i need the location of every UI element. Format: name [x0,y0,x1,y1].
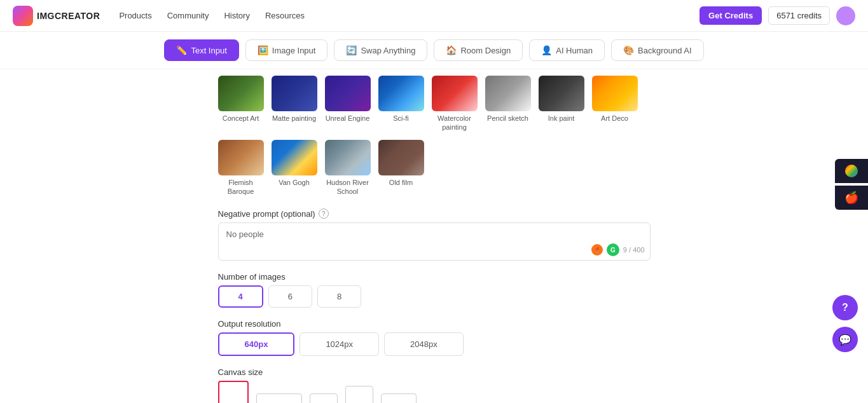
style-thumb-hudson [325,140,371,175]
style-unreal-engine[interactable]: Unreal Engine [325,76,371,132]
style-inkpaint[interactable]: Ink paint [539,76,584,132]
tab-ai-human-label: AI Human [556,46,593,55]
style-thumb-artdeco [592,76,638,111]
style-label-unreal: Unreal Engine [326,114,370,123]
style-concept-art[interactable]: Concept Art [218,76,264,132]
nav-products[interactable]: Products [119,11,151,20]
navbar: IMGCREATOR Products Community History Re… [0,0,868,32]
tab-swap-label: Swap Anything [361,46,415,55]
canvas-shape-1-1 [310,393,338,403]
style-thumb-vangough [272,140,317,175]
style-thumb-watercolor [432,76,478,111]
style-label-oldfilm: Old film [389,178,413,187]
user-avatar[interactable] [836,6,855,25]
num-btn-4[interactable]: 4 [218,285,263,308]
canvas-shape-3-4 [345,386,373,403]
background-icon: 🎨 [623,45,634,55]
style-vangough[interactable]: Van Gogh [272,140,317,196]
canvas-1-1[interactable]: 1:1 [310,393,338,403]
style-label-matte: Matte painting [272,114,316,123]
tab-background-label: Background AI [638,46,692,55]
style-label-inkpaint: Ink paint [548,114,575,123]
style-pencil[interactable]: Pencil sketch [485,76,531,132]
tab-background-ai[interactable]: 🎨 Background AI [611,39,704,61]
chat-float-button[interactable]: 💬 [832,327,858,352]
nav-resources[interactable]: Resources [265,11,305,20]
negative-prompt-text: No people [226,229,642,239]
google-play-button[interactable] [835,159,868,183]
num-btn-8[interactable]: 8 [317,285,361,308]
tab-room-label: Room Design [460,46,511,55]
style-label-vangough: Van Gogh [279,178,310,187]
style-label-artdeco: Art Deco [601,114,628,123]
style-artdeco[interactable]: Art Deco [592,76,638,132]
nav-links: Products Community History Resources [119,11,699,20]
canvas-shape-16-9 [256,393,302,403]
get-credits-button[interactable]: Get Credits [699,6,762,25]
tab-bar: ✏️ Text Input 🖼️ Image Input 🔄 Swap Anyt… [0,32,868,69]
image-input-icon: 🖼️ [258,45,268,55]
char-count: 9 / 400 [623,246,645,254]
style-matte-painting[interactable]: Matte painting [272,76,317,132]
floating-buttons: ? 💬 [832,295,858,352]
style-hudson[interactable]: Hudson River School [325,140,371,196]
canvas-shape-9-16 [218,381,249,403]
swap-icon: 🔄 [346,45,357,55]
res-btn-640[interactable]: 640px [218,332,295,356]
main-content: Concept Art Matte painting Unreal Engine… [205,69,663,403]
style-thumb-unreal [325,76,371,111]
style-oldfilm[interactable]: Old film [378,140,424,196]
logo-text: IMGCREATOR [37,11,100,21]
output-resolution-label: Output resolution [218,319,651,329]
canvas-4-3[interactable]: 4:3 [381,393,417,403]
human-icon: 👤 [541,45,552,55]
res-btn-1024[interactable]: 1024px [300,332,379,356]
num-images-label: Number of images [218,272,651,282]
negative-prompt-help-icon[interactable]: ? [319,208,329,219]
tab-image-input[interactable]: 🖼️ Image Input [245,39,328,61]
help-float-button[interactable]: ? [832,295,858,320]
style-label-scifi: Sci-fi [393,114,408,123]
credits-badge: 6571 credits [768,6,830,25]
right-app-panel: 🍎 [835,159,868,210]
style-row-1: Concept Art Matte painting Unreal Engine… [218,76,651,132]
location-icon[interactable]: 📍 [591,244,603,256]
prompt-toolbar: 📍 G 9 / 400 [591,243,645,256]
style-label-flemish: Flemish Baroque [218,178,264,196]
style-thumb-flemish [218,140,264,175]
style-scifi[interactable]: Sci-fi [378,76,424,132]
room-icon: 🏠 [446,45,457,55]
res-btn-2048[interactable]: 2048px [384,332,464,356]
canvas-shape-4-3 [381,393,417,403]
style-thumb-scifi [378,76,424,111]
style-thumb-oldfilm [378,140,424,175]
apple-store-button[interactable]: 🍎 [835,186,868,210]
apple-icon: 🍎 [844,191,858,205]
tab-swap-anything[interactable]: 🔄 Swap Anything [334,39,427,61]
canvas-3-4[interactable]: 3:4 [345,386,373,403]
style-row-2: Flemish Baroque Van Gogh Hudson River Sc… [218,140,651,196]
grammarly-icon[interactable]: G [607,243,619,256]
nav-community[interactable]: Community [167,11,209,20]
tab-text-input[interactable]: ✏️ Text Input [164,39,238,61]
tab-room-design[interactable]: 🏠 Room Design [434,39,523,61]
style-flemish[interactable]: Flemish Baroque [218,140,264,196]
canvas-9-16[interactable]: 9:16 [218,381,249,403]
nav-history[interactable]: History [224,11,249,20]
num-btn-6[interactable]: 6 [268,285,312,308]
tab-text-input-label: Text Input [191,46,226,55]
chat-icon: 💬 [839,334,851,346]
style-label-pencil: Pencil sketch [487,114,528,123]
negative-prompt-label: Negative prompt (optional) ? [218,208,651,219]
google-play-icon [845,165,858,177]
style-label-hudson: Hudson River School [325,178,371,196]
logo-area[interactable]: IMGCREATOR [13,6,100,26]
style-thumb-pencil [485,76,531,111]
tab-ai-human[interactable]: 👤 AI Human [529,39,605,61]
style-thumb-concept [218,76,264,111]
canvas-16-9[interactable]: 16:9 [256,393,302,403]
style-watercolor[interactable]: Watercolor painting [432,76,478,132]
style-label-concept: Concept Art [223,114,259,123]
negative-prompt-box[interactable]: No people 📍 G 9 / 400 [218,222,651,261]
resolution-row: 640px 1024px 2048px [218,332,651,356]
